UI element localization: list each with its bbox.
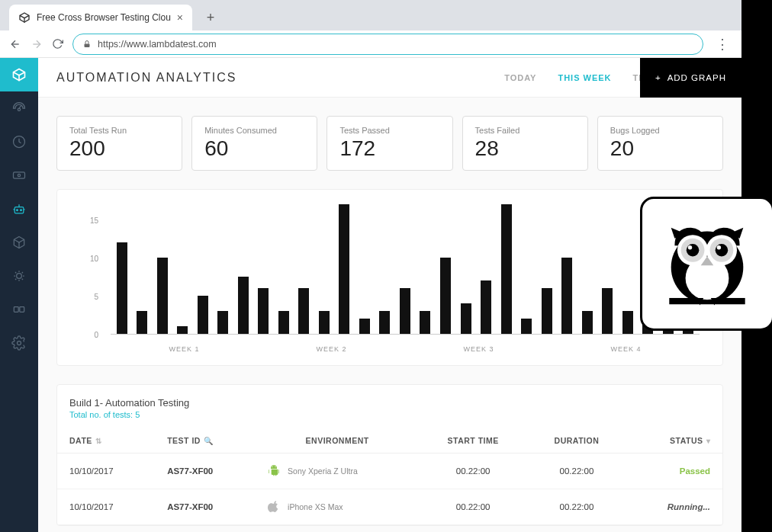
new-tab-button[interactable]: +: [200, 7, 221, 28]
cell-start: 00.22:00: [419, 453, 527, 489]
bar: [521, 319, 532, 334]
bar-chart: 051015 WEEK 1WEEK 2WEEK 3WEEK 4: [80, 205, 700, 357]
tab-title: Free Cross Browser Testing Clou: [37, 12, 171, 23]
sidebar-realtime[interactable]: [0, 159, 38, 192]
browser-window: Free Cross Browser Testing Clou × + http…: [0, 0, 741, 532]
kpi-label: Bugs Logged: [610, 126, 710, 135]
tab-today[interactable]: TODAY: [504, 73, 536, 82]
bar: [157, 258, 168, 334]
kpi-label: Total Tests Run: [69, 126, 169, 135]
bar: [420, 311, 430, 334]
tab-bar: Free Cross Browser Testing Clou × +: [0, 0, 741, 30]
bar: [319, 311, 330, 334]
plus-icon: +: [655, 73, 661, 82]
svg-point-11: [18, 341, 21, 345]
sidebar-history[interactable]: [0, 125, 38, 159]
bar: [258, 288, 269, 334]
cell-test-id: AS77-XF00: [155, 489, 256, 525]
x-label: WEEK 4: [552, 345, 700, 353]
cell-duration: 00.22:00: [527, 453, 626, 489]
bar: [582, 311, 593, 334]
sort-icon: ⇅: [95, 437, 102, 445]
cell-duration: 00.22:00: [527, 489, 626, 525]
kpi-label: Minutes Consumed: [204, 126, 304, 135]
lock-icon: [82, 40, 92, 49]
tab-this-week[interactable]: THIS WEEK: [558, 73, 611, 82]
forward-button[interactable]: [31, 38, 43, 50]
browser-menu-icon[interactable]: ⋮: [712, 36, 732, 53]
kpi-value: 20: [610, 136, 710, 161]
mascot-card: [640, 197, 772, 331]
sidebar: [0, 58, 38, 532]
reload-button[interactable]: [52, 38, 63, 50]
bar: [339, 204, 349, 334]
content-area: Total Tests Run200Minutes Consumed60Test…: [38, 98, 741, 532]
svg-rect-9: [14, 307, 18, 312]
kpi-card: Bugs Logged20: [597, 116, 723, 171]
sidebar-automation[interactable]: [0, 192, 38, 226]
kpi-card: Tests Passed172: [326, 116, 452, 171]
sidebar-logo[interactable]: [0, 58, 38, 91]
sidebar-packages[interactable]: [0, 226, 38, 259]
sidebar-issues[interactable]: [0, 259, 38, 293]
x-label: WEEK 1: [111, 345, 258, 353]
bar: [217, 311, 228, 334]
kpi-label: Tests Passed: [339, 126, 439, 135]
close-tab-icon[interactable]: ×: [177, 11, 183, 24]
cell-start: 00.22:00: [419, 489, 527, 525]
y-tick: 0: [94, 331, 98, 339]
bar: [501, 204, 512, 334]
y-axis: 051015: [80, 205, 103, 335]
kpi-value: 28: [475, 136, 575, 161]
url-text: https://www.lambdatest.com: [98, 39, 217, 50]
svg-point-30: [717, 245, 721, 249]
bar: [298, 288, 309, 334]
add-graph-button[interactable]: + ADD GRAPH: [640, 58, 741, 98]
svg-point-8: [17, 274, 22, 279]
svg-rect-10: [20, 307, 24, 312]
col-test-id[interactable]: TEST ID🔍: [155, 428, 256, 453]
sidebar-settings[interactable]: [0, 326, 38, 360]
chart-plot: [111, 205, 700, 335]
bar: [359, 319, 370, 334]
col-start-time: START TIME: [419, 428, 527, 453]
svg-point-4: [18, 174, 20, 176]
cell-date: 10/10/2017: [57, 453, 155, 489]
bar: [400, 288, 410, 334]
table-row[interactable]: 10/10/2017 AS77-XF00 Sony Xperia Z Ultra…: [57, 453, 722, 489]
test-count[interactable]: Total no. of tests: 5: [69, 410, 710, 419]
search-icon: 🔍: [204, 437, 214, 445]
bar: [461, 303, 471, 334]
svg-point-29: [688, 245, 692, 249]
bar: [177, 326, 188, 334]
back-button[interactable]: [9, 38, 21, 50]
cell-date: 10/10/2017: [57, 489, 155, 525]
col-date[interactable]: DATE⇅: [57, 428, 155, 453]
build-title: Build 1- Automation Testing: [69, 397, 710, 409]
kpi-card: Minutes Consumed60: [191, 116, 317, 171]
sidebar-dashboard[interactable]: [0, 91, 38, 125]
col-status[interactable]: STATUS▾: [626, 428, 722, 453]
y-tick: 10: [90, 255, 98, 263]
filter-icon: ▾: [706, 437, 711, 445]
browser-tab[interactable]: Free Cross Browser Testing Clou ×: [9, 5, 192, 30]
bar: [481, 280, 491, 334]
topbar: AUTOMATION ANALYTICS TODAY THIS WEEK THI…: [38, 58, 741, 98]
android-icon: [268, 464, 280, 478]
cell-status: Running...: [626, 489, 722, 525]
main-panel: AUTOMATION ANALYTICS TODAY THIS WEEK THI…: [38, 58, 741, 532]
bar: [238, 277, 249, 334]
page-title: AUTOMATION ANALYTICS: [56, 71, 236, 85]
svg-rect-5: [14, 207, 24, 213]
url-input[interactable]: https://www.lambdatest.com: [72, 34, 703, 55]
kpi-card: Total Tests Run200: [56, 116, 182, 171]
bar: [542, 288, 552, 334]
y-tick: 5: [94, 293, 98, 301]
sidebar-integrations[interactable]: [0, 293, 38, 326]
table-row[interactable]: 10/10/2017 AS77-XF00 iPhone XS Max 00.22…: [57, 489, 722, 525]
bar: [602, 288, 613, 334]
apple-icon: [268, 500, 280, 514]
address-bar: https://www.lambdatest.com ⋮: [0, 30, 741, 58]
col-environment: ENVIRONMENT: [256, 428, 419, 453]
bar: [198, 296, 208, 334]
